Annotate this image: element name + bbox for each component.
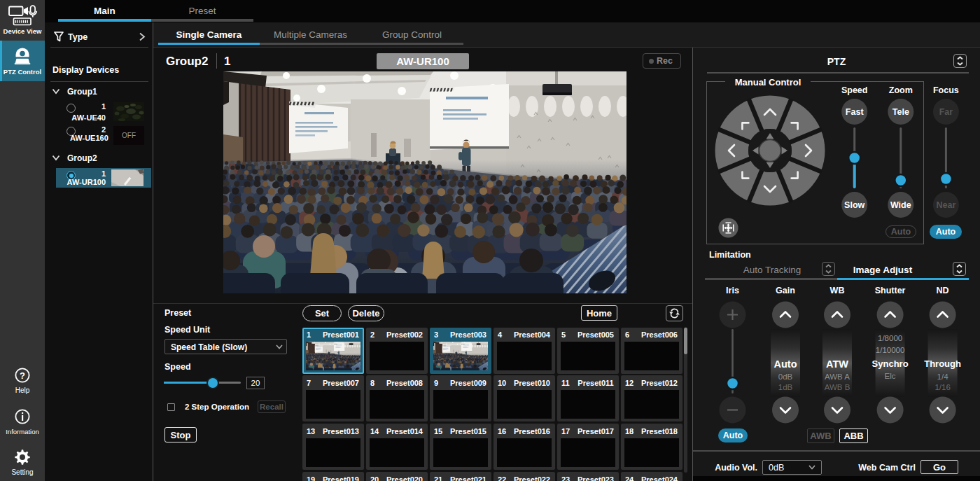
svg-text:Shutter: Shutter	[875, 286, 906, 295]
svg-text:Synchro: Synchro	[872, 358, 909, 369]
svg-text:Focus: Focus	[933, 85, 959, 95]
svg-text:Zoom: Zoom	[889, 85, 913, 95]
svg-text:Auto: Auto	[774, 358, 797, 370]
svg-text:ATW: ATW	[826, 358, 848, 370]
svg-text:Slow: Slow	[844, 200, 864, 210]
svg-text:Far: Far	[939, 107, 953, 117]
svg-text:Near: Near	[937, 200, 956, 210]
svg-text:AWB A: AWB A	[825, 372, 850, 381]
svg-text:WB: WB	[830, 286, 845, 295]
svg-text:1/4: 1/4	[937, 372, 949, 381]
svg-text:1/10000: 1/10000	[876, 346, 905, 354]
svg-text:1/16: 1/16	[934, 383, 950, 391]
svg-text:Fast: Fast	[846, 107, 864, 117]
svg-text:ND: ND	[937, 286, 949, 295]
svg-text:Tele: Tele	[892, 107, 909, 117]
svg-text:Speed: Speed	[841, 85, 868, 95]
svg-text:1/8000: 1/8000	[878, 334, 902, 342]
svg-text:Through: Through	[924, 358, 961, 369]
svg-text:Gain: Gain	[776, 286, 795, 295]
svg-text:Wide: Wide	[890, 200, 911, 210]
svg-text:AWB B: AWB B	[825, 383, 850, 391]
svg-text:Iris: Iris	[726, 286, 739, 295]
svg-text:1dB: 1dB	[778, 383, 793, 391]
svg-text:?: ?	[20, 370, 25, 381]
svg-text:0dB: 0dB	[778, 372, 793, 381]
svg-text:Elc: Elc	[885, 372, 896, 380]
